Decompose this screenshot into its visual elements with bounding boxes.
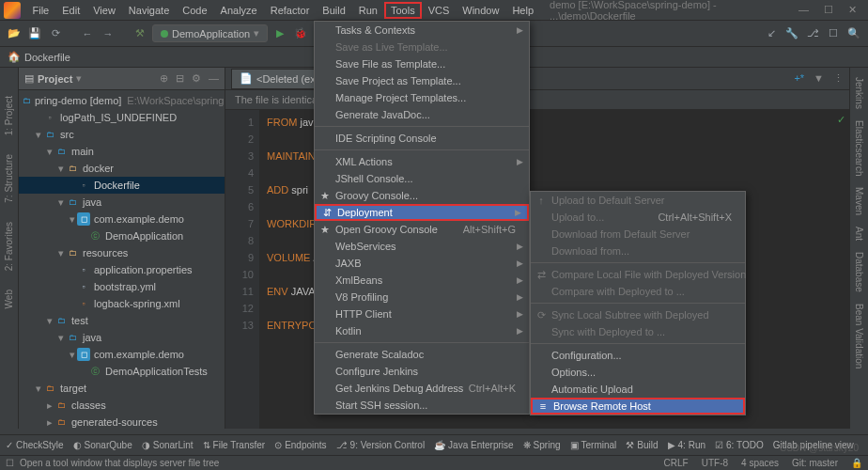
menu-item-configure-jenkins[interactable]: Configure Jenkins — [315, 363, 529, 380]
status-encoding[interactable]: UTF-8 — [702, 458, 728, 468]
left-tab-structure[interactable]: 7: Structure — [4, 154, 14, 203]
menu-item-http-client[interactable]: HTTP Client▶ — [315, 306, 529, 322]
bottom-tab-file-transfer[interactable]: ⇅File Transfer — [203, 440, 266, 450]
tree-row[interactable]: ▫Dockerfile — [19, 177, 225, 194]
menu-run[interactable]: Run — [352, 2, 384, 19]
menu-item-tasks-contexts[interactable]: Tasks & Contexts▶ — [315, 22, 529, 39]
right-tab-elasticsearch[interactable]: Elasticsearch — [854, 120, 864, 176]
chevron-down-icon[interactable]: ▾ — [76, 72, 82, 85]
menu-item-options[interactable]: Options... — [531, 364, 745, 381]
search-everywhere-icon[interactable]: 🔍 — [845, 25, 862, 42]
hammer-build-icon[interactable]: ⚒ — [132, 25, 148, 42]
tree-row[interactable]: ▾🗀docker — [19, 160, 225, 177]
tab-add-icon[interactable]: +* — [794, 72, 804, 85]
menu-item-browse-remote-host[interactable]: ≡Browse Remote Host — [531, 398, 745, 415]
tree-row[interactable]: ▾🗀test — [19, 312, 225, 329]
bottom-tab-spring[interactable]: ❋Spring — [523, 440, 561, 450]
menu-item-get-jenkins-debug-address[interactable]: Get Jenkins Debug AddressCtrl+Alt+K — [315, 380, 529, 397]
menu-analyze[interactable]: Analyze — [214, 2, 264, 19]
project-collapse-icon[interactable]: ⊟ — [176, 72, 184, 85]
screen-icon[interactable]: ☐ — [825, 25, 842, 42]
tree-row[interactable]: ▾◻com.example.demo — [19, 211, 225, 227]
bottom-tab-java-enterprise[interactable]: ☕Java Enterprise — [434, 440, 513, 450]
menu-window[interactable]: Window — [456, 2, 505, 19]
project-hide-icon[interactable]: — — [209, 72, 219, 85]
menu-item-ide-scripting-console[interactable]: IDE Scripting Console — [315, 130, 529, 147]
menu-item-automatic-upload[interactable]: Automatic Upload — [531, 381, 745, 398]
menu-item-jshell-console[interactable]: JShell Console... — [315, 170, 529, 187]
menu-refactor[interactable]: Refactor — [264, 2, 317, 19]
bottom-tab-checkstyle[interactable]: ✓CheckStyle — [6, 440, 64, 450]
left-tab-project[interactable]: 1: Project — [4, 96, 14, 135]
left-tab-web[interactable]: Web — [4, 290, 14, 308]
run-configuration-selector[interactable]: DemoApplication ▾ — [152, 24, 268, 42]
tree-row[interactable]: ▾🗀target — [19, 380, 225, 397]
tree-row[interactable]: ▾🗀java — [19, 329, 225, 346]
tree-row[interactable]: 🗀pring-demo [demo]E:\WorkSpace\spring-de… — [19, 92, 225, 109]
bottom-tab-version-control[interactable]: ⎇9: Version Control — [336, 440, 426, 450]
tree-row[interactable]: ▾◻com.example.demo — [19, 346, 225, 363]
bottom-tab-todo[interactable]: ☑6: TODO — [715, 440, 764, 450]
tree-row[interactable]: ▫bootstrap.yml — [19, 278, 225, 295]
right-tab-database[interactable]: Database — [854, 252, 864, 292]
menu-item-webservices[interactable]: WebServices▶ — [315, 238, 529, 255]
update-icon[interactable]: ↙ — [763, 25, 780, 42]
bottom-tab-sonarqube[interactable]: ◐SonarQube — [73, 440, 132, 450]
menu-file[interactable]: File — [26, 2, 56, 19]
menu-item-jaxb[interactable]: JAXB▶ — [315, 255, 529, 272]
menu-help[interactable]: Help — [505, 2, 540, 19]
git-branch-icon[interactable]: ⎇ — [804, 25, 821, 42]
tree-row[interactable]: ▾🗀java — [19, 194, 225, 211]
right-tab-bean-validation[interactable]: Bean Validation — [854, 304, 864, 368]
tree-row[interactable]: ▸🗀generated-sources — [19, 414, 225, 429]
close-window-icon[interactable]: ✕ — [848, 4, 857, 16]
menu-item-save-file-as-template[interactable]: Save File as Template... — [315, 55, 529, 72]
menu-build[interactable]: Build — [316, 2, 351, 19]
status-indent[interactable]: 4 spaces — [741, 458, 779, 468]
status-line-separator[interactable]: CRLF — [664, 458, 689, 468]
forward-icon[interactable]: → — [100, 25, 116, 42]
menu-item-generate-scaladoc[interactable]: Generate Scaladoc — [315, 346, 529, 363]
save-all-icon[interactable]: 💾 — [26, 25, 43, 42]
breadcrumb-home-icon[interactable]: 🏠 — [8, 51, 21, 63]
bottom-tab-sonarlint[interactable]: ◑SonarLint — [142, 440, 194, 450]
project-select-opened-icon[interactable]: ⊕ — [160, 72, 168, 85]
status-lock-icon[interactable]: 🔒 — [851, 458, 862, 468]
menu-item-kotlin[interactable]: Kotlin▶ — [315, 322, 529, 339]
wrench-icon[interactable]: 🔧 — [783, 25, 800, 42]
bottom-tab-run[interactable]: ▶4: Run — [668, 440, 705, 450]
menu-item-xmlbeans[interactable]: XmlBeans▶ — [315, 272, 529, 289]
status-tool-window-icon[interactable]: ☐ — [6, 458, 14, 468]
maximize-icon[interactable]: ☐ — [824, 4, 833, 16]
project-tree[interactable]: 🗀pring-demo [demo]E:\WorkSpace\spring-de… — [19, 90, 225, 429]
menu-item-start-ssh-session[interactable]: Start SSH session... — [315, 397, 529, 414]
tree-row[interactable]: ⓒDemoApplicationTests — [19, 363, 225, 380]
status-git-branch[interactable]: Git: master — [792, 458, 838, 468]
menu-item-deployment[interactable]: ⇵Deployment▶ — [315, 204, 529, 221]
right-tab-ant[interactable]: Ant — [854, 227, 864, 241]
run-icon[interactable]: ▶ — [271, 25, 288, 42]
tree-row[interactable]: ▸🗀classes — [19, 397, 225, 414]
left-tab-favorites[interactable]: 2: Favorites — [4, 222, 14, 271]
menu-item-v8-profiling[interactable]: V8 Profiling▶ — [315, 289, 529, 306]
breadcrumb-item[interactable]: Dockerfile — [24, 52, 70, 63]
menu-item-xml-actions[interactable]: XML Actions▶ — [315, 153, 529, 170]
menu-tools[interactable]: Tools — [384, 2, 422, 19]
tree-row[interactable]: ▾🗀resources — [19, 244, 225, 261]
tab-more-icon[interactable]: ⋮ — [833, 72, 844, 85]
tree-row[interactable]: ▫logback-spring.xml — [19, 295, 225, 312]
bottom-tab-build[interactable]: ⚒Build — [626, 440, 658, 450]
menu-view[interactable]: View — [86, 2, 122, 19]
menu-item-manage-project-templates[interactable]: Manage Project Templates... — [315, 89, 529, 106]
right-tab-jenkins[interactable]: Jenkins — [854, 77, 864, 109]
open-file-icon[interactable]: 📂 — [6, 25, 23, 42]
back-icon[interactable]: ← — [79, 25, 96, 42]
bottom-tab-endpoints[interactable]: ⊙Endpoints — [274, 440, 326, 450]
tree-row[interactable]: ▾🗀main — [19, 143, 225, 160]
menu-item-configuration[interactable]: Configuration... — [531, 347, 745, 364]
menu-item-groovy-console[interactable]: ★Groovy Console... — [315, 187, 529, 204]
tree-row[interactable]: ▫logPath_IS_UNDEFINED — [19, 109, 225, 126]
menu-item-open-groovy-console[interactable]: ★Open Groovy ConsoleAlt+Shift+G — [315, 221, 529, 238]
right-tab-maven[interactable]: Maven — [854, 187, 864, 215]
menu-code[interactable]: Code — [176, 2, 213, 19]
